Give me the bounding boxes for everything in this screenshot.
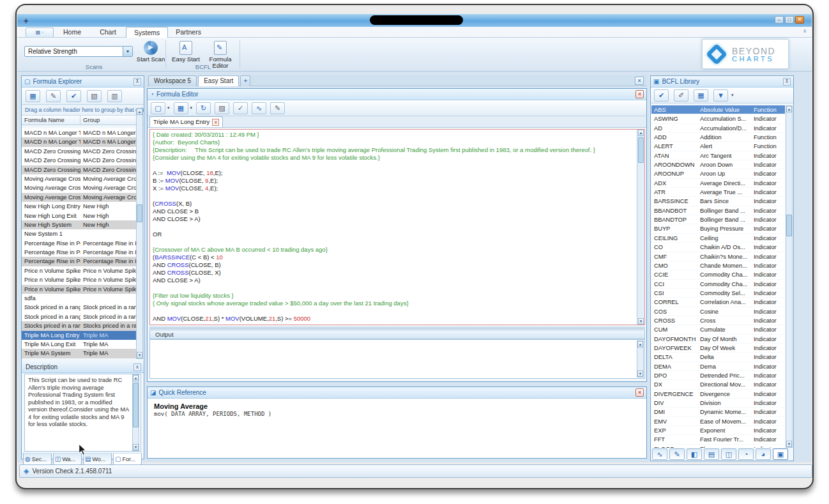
formula-row[interactable]: Triple MA SystemTriple MA [22, 349, 137, 358]
tab-structure[interactable]: ◫ [721, 448, 736, 460]
scroll-up-icon[interactable]: ▲ [133, 375, 139, 381]
formula-row[interactable]: MACD Zero Crossing ...MACD Zero Crossing [22, 147, 137, 156]
formula-row[interactable]: MACD Zero Crossing ...MACD Zero Crossing [22, 156, 137, 165]
formula-wizard-button[interactable]: ✎ [270, 102, 285, 114]
quick-access-toolbar[interactable]: ▦ ◦ [26, 27, 54, 37]
formula-row[interactable]: Price n Volume Spike ...Price n Volume S… [22, 275, 137, 284]
save-document-button[interactable]: ▦ [174, 102, 188, 114]
output-scrollbar[interactable]: ▲ ▼ [637, 340, 644, 378]
formula-row[interactable]: Stock priced in a rang...Stock priced in… [22, 312, 137, 321]
chevron-down-icon[interactable]: ▾ [167, 105, 170, 111]
bcfl-row[interactable]: DIVERGENCEDivergenceIndicator [651, 390, 785, 399]
bcfl-row[interactable]: COChaikin A/D Os...Indicator [651, 243, 785, 252]
formula-row[interactable]: Moving Average Cros...Moving Average Cro… [22, 174, 137, 183]
bcfl-row[interactable]: ATRAverage True ...Indicator [651, 188, 785, 197]
tab-bcfl-library[interactable]: ▣ [773, 448, 788, 460]
code-scrollbar[interactable]: ▲ ▼ [637, 130, 644, 325]
bcfl-row[interactable]: ALERTAlertFunction [651, 142, 785, 151]
tab-chart[interactable]: Chart [90, 27, 126, 38]
scroll-thumb[interactable] [137, 204, 142, 222]
bcfl-row[interactable]: DEMADemaIndicator [651, 362, 785, 371]
bcfl-row[interactable]: ABSAbsolute ValueFunction [651, 105, 785, 114]
formula-row[interactable]: New High Long EntryNew High [22, 202, 137, 211]
bcfl-row[interactable]: CMFChaikin?s Mone...Indicator [651, 252, 785, 261]
delete-formula-button[interactable]: ▥ [107, 90, 122, 102]
workspace-close-button[interactable]: ✕ [635, 77, 644, 85]
formula-editor-panel-header[interactable]: ◔ Formula Editor ✕ [148, 89, 646, 100]
formula-row[interactable]: Percentage Rise in Pr...Percentage Rise … [22, 239, 137, 248]
scroll-up-icon[interactable]: ▲ [786, 106, 792, 112]
scroll-down-icon[interactable]: ▼ [637, 370, 643, 377]
maximize-button[interactable]: □ [785, 16, 794, 24]
run-formula-button[interactable]: ↻ [196, 102, 211, 114]
bcfl-row[interactable]: CCIECommodity Cha...Indicator [651, 270, 785, 279]
workspace-tab-workspace-5[interactable]: Workspace 5 [148, 75, 197, 86]
tab-layers[interactable]: ◧ [687, 448, 702, 460]
bcfl-row[interactable]: EXPExponentIndicator [651, 426, 785, 435]
quick-reference-header[interactable]: ◪ Quick Reference ✕ [148, 387, 646, 399]
description-scrollbar[interactable]: ▲ ▼ [132, 374, 139, 451]
bcfl-row[interactable]: CSICommodity Sel...Indicator [651, 289, 785, 298]
tab-securities[interactable]: ◍Sec... [23, 453, 52, 465]
bcfl-row[interactable]: ASWINGAccumulation S...Indicator [651, 114, 785, 123]
formula-row[interactable]: New System 1 [22, 229, 137, 238]
chevron-down-icon[interactable]: ▾ [190, 105, 193, 111]
pin-icon[interactable]: ⊼ [783, 78, 791, 86]
tab-scribe[interactable]: ✎ [669, 448, 685, 460]
close-formula-editor-button[interactable]: ✕ [635, 90, 644, 98]
new-document-button[interactable]: ▢ [151, 102, 165, 114]
bcfl-library-header[interactable]: ▣ BCFL Library ⊼ [651, 76, 793, 88]
scroll-down-icon[interactable]: ▼ [786, 441, 792, 447]
plot-indicator-button[interactable]: ∿ [252, 102, 266, 114]
save-formula-button[interactable]: ▦ [26, 90, 40, 102]
bcfl-row[interactable]: FFTFast Fourier Tr...Indicator [651, 435, 785, 444]
tab-price-charts[interactable]: ∿ [652, 448, 667, 460]
bcfl-row[interactable]: BBANDTOPBollinger Band ...Indicator [651, 215, 785, 224]
formula-row[interactable]: New High SystemNew High [22, 220, 137, 229]
new-formula-button[interactable]: ✎ [46, 90, 61, 102]
bcfl-row[interactable]: DXDirectional Mov...Indicator [651, 380, 785, 389]
formula-row[interactable]: Moving Average Cros...Moving Average Cro… [22, 183, 137, 192]
close-quick-reference-button[interactable]: ✕ [635, 388, 644, 397]
bcfl-row[interactable]: CROSSCrossIndicator [651, 316, 785, 325]
bcfl-row[interactable]: ADXAverage Directi...Indicator [651, 179, 785, 188]
bcfl-row[interactable]: EMVEase of Movem...Indicator [651, 417, 785, 426]
open-formula-button[interactable]: ▧ [87, 90, 102, 102]
scroll-up-icon[interactable]: ▲ [638, 130, 644, 136]
bcfl-row[interactable]: DAYOFWEEKDay Of WeekIndicator [651, 344, 785, 353]
bcfl-row[interactable]: DMIDynamic Mome...Indicator [651, 408, 785, 416]
description-header[interactable]: Description ∧ [22, 362, 144, 373]
ribbon-collapse-icon[interactable]: ∧ [803, 28, 807, 34]
scroll-down-icon[interactable]: ▼ [638, 318, 644, 325]
formula-row[interactable]: Triple MA Long ExitTriple MA [22, 340, 137, 349]
column-header-group[interactable]: Group [80, 116, 137, 125]
formula-row[interactable]: MACD Zero Crossing ...MACD Zero Crossing [22, 165, 137, 174]
apply-to-chart-button[interactable]: ▨ [215, 102, 229, 114]
close-document-icon[interactable]: ✕ [212, 119, 219, 126]
minimize-button[interactable]: – [775, 16, 784, 24]
close-button[interactable]: ✕ [795, 16, 804, 24]
scroll-down-icon[interactable]: ▼ [137, 352, 142, 358]
bcfl-row[interactable]: DELTADeltaIndicator [651, 353, 785, 362]
collapse-icon[interactable]: ∧ [133, 363, 141, 371]
formula-row[interactable]: Triple MA Long EntryTriple MA [22, 331, 137, 340]
bcfl-row[interactable]: CUMCumulateIndicator [651, 325, 785, 334]
scroll-up-icon[interactable]: ▲ [637, 341, 643, 347]
verify-formula-button[interactable]: ✔ [66, 90, 81, 102]
tab-reports[interactable]: ▤ [704, 448, 719, 460]
formula-row[interactable]: sdfa [22, 294, 137, 303]
bcfl-row[interactable]: DAYOFMONTHDay Of MonthIndicator [651, 335, 785, 344]
bcfl-row[interactable]: DPODetrended Pric...Indicator [651, 371, 785, 380]
splitter-handle[interactable] [149, 326, 645, 329]
output-header[interactable]: Output [149, 330, 645, 339]
scroll-thumb[interactable] [786, 215, 792, 236]
formula-row[interactable]: MACD n MA Longer T...MACD n MA Longer T.… [22, 137, 137, 146]
bcfl-row[interactable]: BUYPBuying PressureIndicator [651, 224, 785, 233]
bcfl-row[interactable]: CMOChande Momen...Indicator [651, 261, 785, 270]
bcfl-row[interactable]: ADDAdditionFunction [651, 133, 785, 142]
scan-select-combobox[interactable]: Relative Strength ▼ [24, 46, 133, 57]
categories-button[interactable]: ▦ [694, 89, 708, 102]
formula-row[interactable]: Price n Volume Spike ...Price n Volume S… [22, 266, 137, 275]
code-editor[interactable]: { Date created: 30/03/2011 : 12:49 PM }{… [149, 129, 645, 325]
chevron-down-icon[interactable]: ▾ [731, 93, 734, 98]
